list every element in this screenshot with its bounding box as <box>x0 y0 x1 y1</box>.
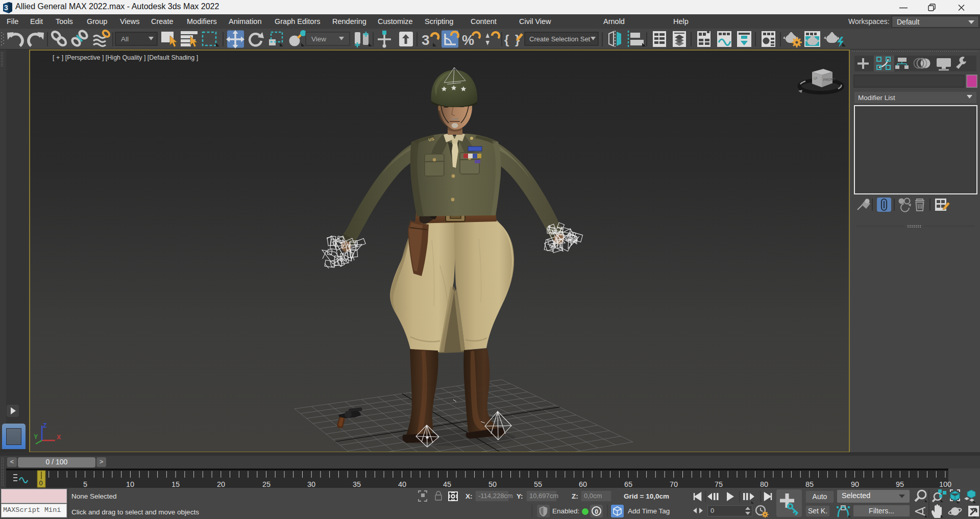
svg-text:{: { <box>504 33 509 46</box>
svg-text:X: X <box>57 434 61 441</box>
svg-text:60: 60 <box>579 480 587 488</box>
svg-text:80: 80 <box>760 480 768 488</box>
svg-text:Create Selection Set: Create Selection Set <box>529 35 591 43</box>
svg-text:Z: Z <box>43 422 47 429</box>
svg-text:50: 50 <box>488 480 497 488</box>
svg-text:All: All <box>121 35 129 43</box>
svg-text:10: 10 <box>126 480 134 488</box>
svg-text:25: 25 <box>262 480 271 488</box>
svg-text:30: 30 <box>307 480 315 488</box>
svg-text:View: View <box>311 35 326 43</box>
svg-text:3: 3 <box>422 32 430 48</box>
svg-text:LF: LF <box>814 77 818 80</box>
svg-text:85: 85 <box>805 480 814 488</box>
svg-text:55: 55 <box>534 480 542 488</box>
svg-text:45: 45 <box>443 480 451 488</box>
svg-text:70: 70 <box>670 480 678 488</box>
svg-text:Modifier List: Modifier List <box>858 94 895 102</box>
svg-text:5: 5 <box>83 480 87 488</box>
svg-text:3: 3 <box>4 4 8 12</box>
svg-text:0: 0 <box>39 479 42 487</box>
svg-text:15: 15 <box>172 480 180 488</box>
svg-text:95: 95 <box>896 480 904 488</box>
svg-text:Y: Y <box>34 433 38 440</box>
svg-text:75: 75 <box>715 480 723 488</box>
svg-text:65: 65 <box>624 480 632 488</box>
svg-text:40: 40 <box>398 480 406 488</box>
svg-text:35: 35 <box>353 480 361 488</box>
svg-text:20: 20 <box>217 480 225 488</box>
svg-text:100: 100 <box>939 480 951 488</box>
svg-text:90: 90 <box>851 480 859 488</box>
svg-text:FRONT: FRONT <box>823 78 836 82</box>
